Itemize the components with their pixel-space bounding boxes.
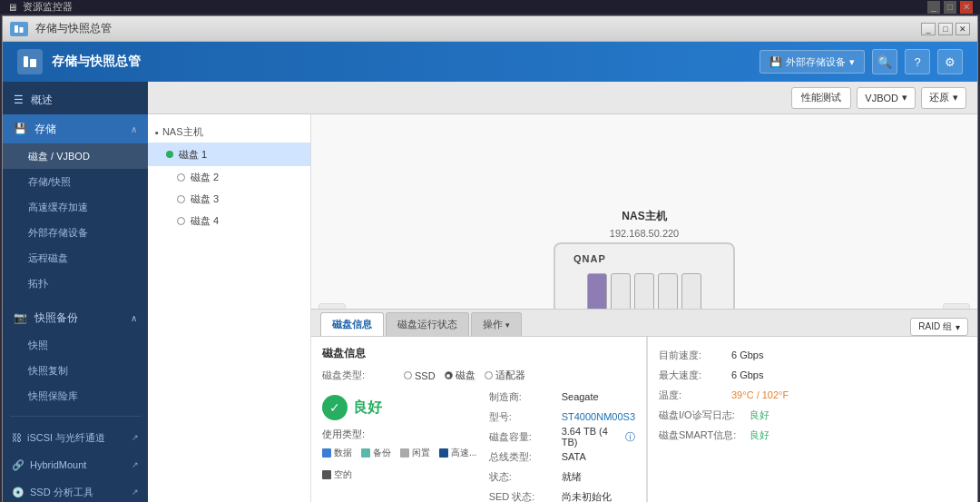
sidebar-item-disk-vjbod[interactable]: 磁盘 / VJBOD [3,143,148,169]
sed-status-label: SED 状态: [489,490,562,503]
model-label: 型号: [489,410,562,424]
info-right-panel: 目前速度: 6 Gbps 最大速度: 6 Gbps 温度 [648,337,977,502]
inner-window: 存储与快照总管 _ □ ✕ 存储与快照总管 💾 [2,15,978,502]
svg-rect-2 [24,56,28,67]
sidebar-item-external[interactable]: 外部存储设备 [3,220,148,245]
tab-disk-info-label: 磁盘信息 [332,318,372,331]
sidebar-item-snapshot-backup[interactable]: 📷 快照备份 ∧ [3,303,148,332]
tree-item-disk3[interactable]: 磁盘 3 [148,188,310,210]
sidebar-item-snap-vault[interactable]: 快照保险库 [3,383,148,408]
svg-rect-3 [30,59,36,67]
legend-data-dot [322,448,331,458]
disk2-label: 磁盘 2 [191,171,219,184]
ssd-icon: 💿 [12,487,24,498]
current-speed-value: 6 Gbps [731,349,763,360]
use-type-label: 使用类型: [322,428,478,441]
bus-type-value: SATA [562,451,586,462]
sidebar-item-storage[interactable]: 💾 存储 ∧ [3,114,148,143]
sidebar-item-snap[interactable]: 快照 [3,332,148,358]
settings-button[interactable]: ⚙ [937,49,963,74]
app-header: 存储与快照总管 💾 外部存储设备 ▾ 🔍 ? ⚙ [3,42,977,82]
manufacturer-row: 制造商: Seagate [489,388,635,406]
hybridmount-icon: 🔗 [12,459,24,471]
overview-label: 概述 [31,93,53,108]
sidebar-item-ssd-tool[interactable]: 💿 SSD 分析工具 ↗ [3,478,148,502]
sidebar-item-remote-disk[interactable]: 远程磁盘 [3,245,148,271]
current-speed-label: 目前速度: [659,349,731,362]
tab-operations[interactable]: 操作 ▾ [471,312,522,336]
sidebar-item-snap-copy[interactable]: 快照复制 [3,358,148,383]
iscsi-external-icon: ↗ [132,433,139,442]
sidebar-item-iscsi[interactable]: ⛓ iSCSI 与光纤通道 ↗ [3,424,148,451]
status-good-row: ✓ 良好 [322,395,478,420]
legend-idle-dot [400,448,409,458]
legend-fast-dot [439,448,448,458]
restore-arrow-icon: ▾ [953,92,958,103]
restore-label: 还原 [929,91,949,104]
app-title: 存储与快照总管 [52,54,141,70]
disk-info-title: 磁盘信息 [322,346,635,361]
io-log-label: 磁盘I/O诊写日志: [659,408,750,422]
main-layout: ☰ 概述 💾 存储 ∧ 磁盘 / VJBOD 存储/快照 [3,82,977,502]
sidebar-item-cache[interactable]: 高速缓存加速 [3,194,148,220]
disk-type-disk[interactable]: 磁盘 [445,369,475,382]
inner-titlebar-controls: _ □ ✕ [921,23,970,35]
disk-type-adapter[interactable]: 适配器 [485,369,525,382]
sidebar-main-section: ☰ 概述 💾 存储 ∧ 磁盘 / VJBOD 存储/快照 [3,82,148,300]
search-button[interactable]: 🔍 [872,49,897,74]
outer-window: 🖥 资源监控器 _ □ ✕ 存储与快照总管 _ □ ✕ [0,0,980,502]
temperature-value: 39°C / 102°F [731,389,789,400]
state-row: 状态: 就绪 [489,468,635,486]
adapter-radio [485,371,493,379]
smart-label: 磁盘SMART信息: [659,428,750,442]
legend-data: 数据 [322,447,352,459]
raid-group-arrow-icon: ▾ [956,322,960,332]
disk4-label: 磁盘 4 [191,214,219,228]
io-log-row: 磁盘I/O诊写日志: 良好 [659,406,966,424]
tree-item-disk2[interactable]: 磁盘 2 [148,166,310,188]
manufacturer-label: 制造商: [489,390,562,404]
inner-maximize-button[interactable]: □ [938,23,953,35]
outer-minimize-button[interactable]: _ [927,1,940,14]
app-header-right: 💾 外部存储设备 ▾ 🔍 ? ⚙ [760,49,963,74]
performance-test-button[interactable]: 性能测试 [791,87,851,109]
inner-close-button[interactable]: ✕ [956,23,970,35]
sidebar-item-overview[interactable]: ☰ 概述 [3,85,148,114]
external-label: 外部存储设备 [28,226,88,240]
outer-close-button[interactable]: ✕ [960,1,973,14]
temperature-row: 温度: 39°C / 102°F [659,386,966,404]
vjbod-dropdown[interactable]: VJBOD ▾ [857,87,916,109]
raid-group-dropdown[interactable]: RAID 组 ▾ [910,318,968,336]
overview-icon: ☰ [14,94,24,106]
state-label: 状态: [489,470,562,484]
sed-status-row: SED 状态: 尚未初始化 [489,487,635,502]
sidebar-item-topology[interactable]: 拓扑 [3,271,148,296]
ssd-external-icon: ↗ [132,487,139,497]
cache-label: 高速缓存加速 [28,201,88,214]
disk3-label: 磁盘 3 [191,192,219,206]
disk-info-main: ✓ 良好 使用类型: [322,388,635,502]
tree-item-disk1[interactable]: 磁盘 1 [148,143,310,166]
disk2-status-icon [177,173,185,182]
legend-backup-dot [361,448,370,458]
vjbod-arrow-icon: ▾ [902,92,907,103]
tab-disk-info[interactable]: 磁盘信息 [320,312,384,336]
restore-dropdown[interactable]: 还原 ▾ [921,87,966,109]
sidebar-item-snapshot-storage[interactable]: 存储/快照 [3,169,148,194]
smart-row: 磁盘SMART信息: 良好 [659,426,966,444]
inner-minimize-button[interactable]: _ [921,23,936,35]
sidebar-item-hybridmount[interactable]: 🔗 HybridMount ↗ [3,451,148,478]
help-button[interactable]: ? [905,49,930,74]
disk-type-ssd[interactable]: SSD [404,370,436,381]
nas-label: NAS主机 [622,209,666,224]
remote-disk-label: 远程磁盘 [28,251,68,265]
svg-rect-0 [15,25,18,33]
external-storage-button[interactable]: 💾 外部存储设备 ▾ [760,50,865,74]
legend-empty-label: 空的 [334,468,352,481]
disk-radio [445,371,453,379]
tab-disk-status[interactable]: 磁盘运行状态 [386,312,469,336]
nas-brand: QNAP [573,253,606,264]
tree-item-disk4[interactable]: 磁盘 4 [148,210,310,231]
outer-maximize-button[interactable]: □ [944,1,956,14]
sidebar: ☰ 概述 💾 存储 ∧ 磁盘 / VJBOD 存储/快照 [3,82,148,502]
